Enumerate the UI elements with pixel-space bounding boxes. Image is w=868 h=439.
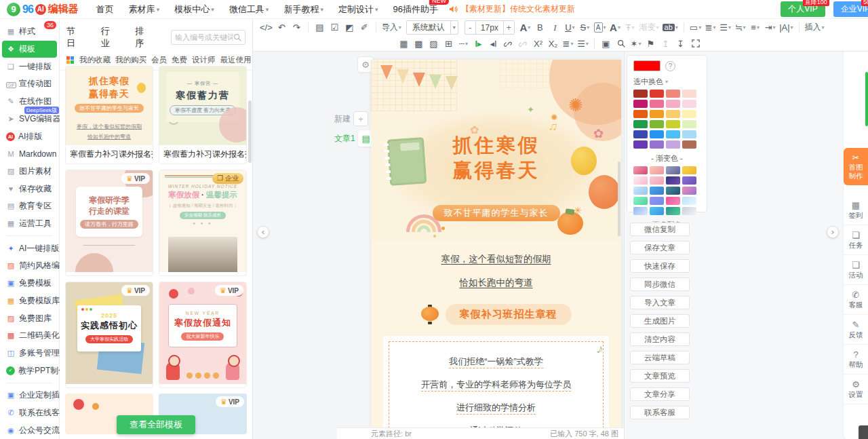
clear-format-eraser-button[interactable]: ◩ [342,21,357,35]
find-replace-button[interactable] [614,37,628,50]
gradient-swatch[interactable] [650,166,664,174]
sidebar-item-图片素材[interactable]: ▨图片素材 [0,163,59,180]
strikethrough-button[interactable]: S▾ [578,21,592,35]
insert-before-cursor-button[interactable]: ◂I [486,37,500,50]
unordered-list-button[interactable]: ☰▾ [576,37,590,50]
gradient-swatch[interactable] [633,187,648,195]
color-swatch[interactable] [666,120,680,128]
sidebar-item-保存收藏[interactable]: ♥保存收藏 [0,180,59,197]
action-button-清空内容[interactable]: 清空内容 [630,332,690,346]
sidebar-item-多账号管理[interactable]: ◫多账号管理 [0,345,59,362]
paste-button[interactable]: ▣ [599,37,613,50]
menu-item[interactable]: 96插件助手NEW [393,3,437,16]
color-swatch[interactable] [633,140,648,149]
sidebar-item-二维码美化[interactable]: ▩二维码美化 [0,327,59,345]
sidebar-item-样式[interactable]: ▦样式36 [0,23,59,41]
menu-item[interactable]: 定制设计▾ [338,3,378,16]
line-height-button[interactable]: ≣▾ [703,21,717,35]
scroll-top-button[interactable]: ↥ [658,37,673,50]
sidebar-item-AI一键排版[interactable]: ✦AI一键排版 [0,240,59,257]
indent-button[interactable]: ⇥▾ [763,21,777,35]
background-color-button[interactable]: A▾ [593,21,608,35]
sidebar-item-SVG编辑器[interactable]: ➤SVG编辑器DeepSeek版 [0,111,59,128]
template-card[interactable]: ❒ 企业WINTER HOLIDAY NOTICE寒假放假 · 温馨提示（ 放假… [159,170,247,276]
rail-item-反馈[interactable]: ✎反馈 [844,315,868,345]
insert-button[interactable]: 插入▾ [804,21,826,35]
action-button-生成图片[interactable]: 生成图片 [630,314,690,328]
fullscreen-button[interactable] [688,37,703,50]
action-button-同步微信[interactable]: 同步微信 [630,278,690,291]
sidebar-item-联系在线客服[interactable]: ✆联系在线客服 [0,404,59,422]
background-texture-button[interactable]: ▨ [427,37,441,50]
color-swatch[interactable] [666,110,680,118]
page-scrollbar-thumb[interactable] [865,72,868,126]
font-size-decrease-button[interactable]: - [465,23,475,33]
announcement[interactable]: 【素材更新】传统文化素材更新 [449,3,575,15]
action-button-快速保存[interactable]: 快速保存 [630,259,690,273]
highlight-button[interactable]: ab▾ [661,21,679,35]
gradient-swatch[interactable] [682,166,696,174]
color-swatch[interactable] [666,100,680,108]
gradient-swatch[interactable] [650,197,664,205]
gradient-swatch[interactable] [666,166,680,174]
rail-item-活动[interactable]: ❑活动 [844,255,868,285]
template-panel-scrollbar[interactable] [248,100,252,163]
color-swatch[interactable] [682,130,696,138]
view-all-templates-button[interactable]: 查看全部模板 [117,415,195,434]
template-card[interactable]: ♛VIP2025实践感悟初心大学寒假实践活动中小学高校寒假实践感悟... [65,282,153,388]
gradient-swatch[interactable] [650,187,664,195]
sidebar-item-公众号交流群[interactable]: ◉公众号交流群 [0,421,59,439]
annotation-flag-button[interactable]: ⚑ [644,37,658,50]
canvas-scrollbar[interactable] [618,161,620,236]
html-source-button[interactable]: </> [258,21,274,35]
gradient-swatch[interactable] [682,187,696,195]
article-tab[interactable]: 文章1 ▤ [334,130,374,147]
action-button-文章预览[interactable]: 文章预览 [630,369,690,383]
color-swatch[interactable] [650,140,664,149]
gradient-swatch[interactable] [633,207,648,215]
rail-item-任务[interactable]: ❏任务 [844,225,868,255]
template-card[interactable]: — 寒假营 —寒假蓄力营寒假不虚度 蓄力向未来寒假蓄力补习课外报名招... [159,66,247,164]
text-effect-button[interactable]: Ŧ▾ [623,21,637,35]
font-color-button[interactable]: A▾ [518,21,532,35]
sidebar-item-教育专区[interactable]: ▤教育专区 [0,197,59,215]
insert-table-button[interactable]: ⊞ [441,37,456,50]
action-button-文章分享[interactable]: 文章分享 [630,387,690,401]
menu-item[interactable]: 微信工具▾ [229,3,269,16]
color-swatch[interactable] [650,120,664,128]
recolor-selected-label[interactable]: 选中换色▾ [633,77,701,87]
insert-image-button[interactable]: ▦ [397,37,411,50]
color-swatch[interactable] [633,120,648,128]
alignment-button[interactable]: ☰▾ [718,21,732,35]
ordered-list-button[interactable]: ≣▾ [561,37,575,50]
image-library-button[interactable]: ▩ [412,37,426,50]
sidebar-item-一键排版[interactable]: ❏一键排版 [0,58,59,75]
color-swatch[interactable] [682,120,696,128]
format-painter-button[interactable]: ✐ [357,21,372,35]
new-article-button[interactable]: 新建 + [334,111,368,126]
sidebar-item-免费图库[interactable]: ▨免费图库 [0,309,59,327]
margin-button[interactable]: ≡▾ [748,21,762,35]
color-swatch[interactable] [633,130,648,138]
font-size-increase-button[interactable]: + [504,23,514,33]
new-document-button[interactable]: ▤ [313,21,327,35]
menu-item[interactable]: 新手教程▾ [283,3,323,16]
color-swatch[interactable] [666,140,680,149]
gradient-swatch[interactable] [650,176,664,185]
sidebar-item-简约风格编辑[interactable]: ▨简约风格编辑 [0,257,59,275]
sidebar-item-Markdown[interactable]: MMarkdown [0,145,59,163]
color-swatch[interactable] [650,90,664,98]
template-card[interactable]: ♛VIPNEW YEAR寒假放假通知祝大家新年快乐中小学寒假放假时间安排... [159,282,247,388]
italic-button[interactable]: I [548,21,562,35]
gradient-swatch[interactable] [633,197,648,205]
remove-link-button[interactable] [516,37,530,50]
text-style-button[interactable]: A▾ [608,21,623,35]
menu-item[interactable]: 首页 [96,3,114,16]
underline-button[interactable]: U▾ [563,21,577,35]
bold-button[interactable]: B [533,21,547,35]
enterprise-vip-button[interactable]: 企业VIP 500豪 [833,1,868,17]
collapse-right-panel-button[interactable]: › [827,226,839,238]
gradient-swatch[interactable] [682,176,696,185]
menu-item[interactable]: 模板中心▾ [174,3,214,16]
current-color-swatch[interactable] [633,60,660,71]
